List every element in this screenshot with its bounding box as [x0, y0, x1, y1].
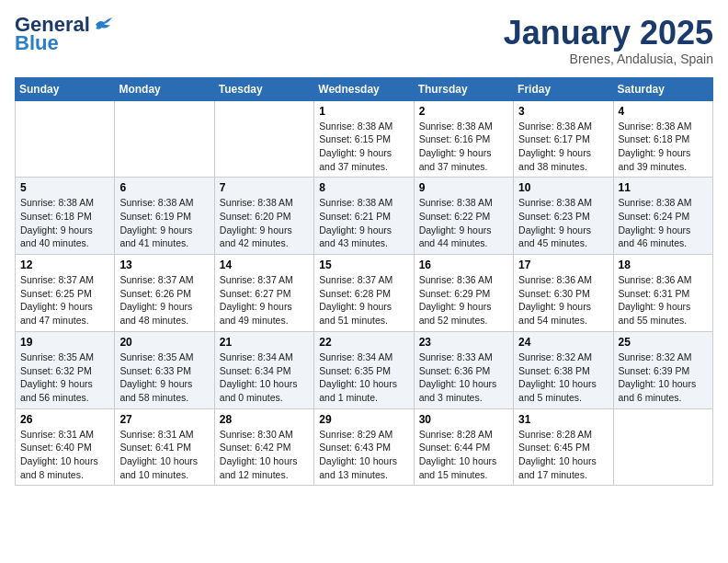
- day-number: 10: [518, 181, 608, 194]
- day-info: Sunrise: 8:34 AMSunset: 6:34 PMDaylight:…: [220, 350, 309, 405]
- day-number: 25: [619, 336, 708, 349]
- col-saturday: Saturday: [613, 77, 712, 100]
- day-number: 11: [619, 181, 708, 194]
- calendar-title: January 2025: [504, 15, 713, 52]
- day-number: 18: [619, 259, 708, 271]
- header-row: Sunday Monday Tuesday Wednesday Thursday…: [16, 77, 713, 100]
- calendar-table: Sunday Monday Tuesday Wednesday Thursday…: [15, 77, 713, 487]
- calendar-week-row: 5Sunrise: 8:38 AMSunset: 6:18 PMDaylight…: [16, 178, 713, 255]
- day-info: Sunrise: 8:38 AMSunset: 6:21 PMDaylight:…: [319, 196, 408, 250]
- table-row: 7Sunrise: 8:38 AMSunset: 6:20 PMDaylight…: [214, 178, 313, 255]
- day-number: 22: [319, 336, 408, 349]
- day-number: 5: [20, 181, 109, 194]
- day-info: Sunrise: 8:35 AMSunset: 6:33 PMDaylight:…: [119, 350, 209, 405]
- table-row: 1Sunrise: 8:38 AMSunset: 6:15 PMDaylight…: [314, 100, 414, 178]
- day-number: 21: [220, 336, 309, 349]
- day-number: 24: [518, 336, 608, 349]
- day-number: 1: [319, 105, 408, 118]
- day-info: Sunrise: 8:37 AMSunset: 6:26 PMDaylight:…: [119, 273, 209, 327]
- day-info: Sunrise: 8:29 AMSunset: 6:43 PMDaylight:…: [319, 428, 408, 482]
- table-row: 6Sunrise: 8:38 AMSunset: 6:19 PMDaylight…: [115, 178, 214, 255]
- table-row: 25Sunrise: 8:32 AMSunset: 6:39 PMDayligh…: [613, 331, 712, 408]
- day-info: Sunrise: 8:37 AMSunset: 6:28 PMDaylight:…: [319, 273, 408, 327]
- day-info: Sunrise: 8:38 AMSunset: 6:18 PMDaylight:…: [20, 196, 109, 250]
- table-row: 16Sunrise: 8:36 AMSunset: 6:29 PMDayligh…: [414, 255, 513, 332]
- day-info: Sunrise: 8:38 AMSunset: 6:17 PMDaylight:…: [518, 120, 608, 174]
- col-wednesday: Wednesday: [314, 77, 414, 100]
- table-row: 14Sunrise: 8:37 AMSunset: 6:27 PMDayligh…: [214, 255, 313, 332]
- day-info: Sunrise: 8:38 AMSunset: 6:16 PMDaylight:…: [419, 120, 508, 174]
- day-info: Sunrise: 8:33 AMSunset: 6:36 PMDaylight:…: [419, 350, 508, 405]
- logo-blue-text: Blue: [15, 33, 59, 53]
- col-monday: Monday: [115, 77, 214, 100]
- day-number: 28: [220, 413, 309, 426]
- table-row: [16, 100, 115, 178]
- table-row: 11Sunrise: 8:38 AMSunset: 6:24 PMDayligh…: [613, 178, 712, 255]
- table-row: 8Sunrise: 8:38 AMSunset: 6:21 PMDaylight…: [314, 178, 414, 255]
- table-row: 15Sunrise: 8:37 AMSunset: 6:28 PMDayligh…: [314, 255, 414, 332]
- day-info: Sunrise: 8:28 AMSunset: 6:44 PMDaylight:…: [419, 428, 508, 482]
- day-number: 13: [119, 259, 209, 271]
- col-thursday: Thursday: [414, 77, 513, 100]
- day-number: 20: [119, 336, 209, 349]
- table-row: [115, 100, 214, 178]
- table-row: 20Sunrise: 8:35 AMSunset: 6:33 PMDayligh…: [115, 331, 214, 408]
- table-row: [214, 100, 313, 178]
- title-block: January 2025 Brenes, Andalusia, Spain: [504, 15, 713, 66]
- logo-bird-icon: [94, 17, 114, 32]
- day-number: 3: [518, 105, 608, 118]
- table-row: 10Sunrise: 8:38 AMSunset: 6:23 PMDayligh…: [514, 178, 613, 255]
- day-number: 17: [518, 259, 608, 271]
- calendar-week-row: 1Sunrise: 8:38 AMSunset: 6:15 PMDaylight…: [16, 100, 713, 178]
- logo: General Blue: [15, 15, 114, 53]
- page-header: General Blue January 2025 Brenes, Andalu…: [15, 15, 713, 66]
- col-tuesday: Tuesday: [214, 77, 313, 100]
- day-number: 29: [319, 413, 408, 426]
- day-info: Sunrise: 8:38 AMSunset: 6:18 PMDaylight:…: [619, 120, 708, 174]
- day-info: Sunrise: 8:32 AMSunset: 6:39 PMDaylight:…: [619, 350, 708, 405]
- table-row: 24Sunrise: 8:32 AMSunset: 6:38 PMDayligh…: [514, 331, 613, 408]
- day-info: Sunrise: 8:37 AMSunset: 6:25 PMDaylight:…: [20, 273, 109, 327]
- calendar-week-row: 19Sunrise: 8:35 AMSunset: 6:32 PMDayligh…: [16, 331, 713, 408]
- table-row: 22Sunrise: 8:34 AMSunset: 6:35 PMDayligh…: [314, 331, 414, 408]
- day-number: 14: [220, 259, 309, 271]
- day-number: 31: [518, 413, 608, 426]
- day-info: Sunrise: 8:38 AMSunset: 6:20 PMDaylight:…: [220, 196, 309, 250]
- col-friday: Friday: [514, 77, 613, 100]
- calendar-week-row: 12Sunrise: 8:37 AMSunset: 6:25 PMDayligh…: [16, 255, 713, 332]
- table-row: 30Sunrise: 8:28 AMSunset: 6:44 PMDayligh…: [414, 408, 513, 486]
- day-info: Sunrise: 8:38 AMSunset: 6:19 PMDaylight:…: [119, 196, 209, 250]
- day-number: 4: [619, 105, 708, 118]
- day-info: Sunrise: 8:38 AMSunset: 6:23 PMDaylight:…: [518, 196, 608, 250]
- day-info: Sunrise: 8:30 AMSunset: 6:42 PMDaylight:…: [220, 428, 309, 482]
- table-row: 5Sunrise: 8:38 AMSunset: 6:18 PMDaylight…: [16, 178, 115, 255]
- day-info: Sunrise: 8:36 AMSunset: 6:30 PMDaylight:…: [518, 273, 608, 327]
- day-number: 8: [319, 181, 408, 194]
- day-info: Sunrise: 8:34 AMSunset: 6:35 PMDaylight:…: [319, 350, 408, 405]
- col-sunday: Sunday: [16, 77, 115, 100]
- table-row: 28Sunrise: 8:30 AMSunset: 6:42 PMDayligh…: [214, 408, 313, 486]
- day-info: Sunrise: 8:38 AMSunset: 6:15 PMDaylight:…: [319, 120, 408, 174]
- day-number: 2: [419, 105, 508, 118]
- table-row: 31Sunrise: 8:28 AMSunset: 6:45 PMDayligh…: [514, 408, 613, 486]
- day-info: Sunrise: 8:31 AMSunset: 6:41 PMDaylight:…: [119, 428, 209, 482]
- day-number: 9: [419, 181, 508, 194]
- table-row: 4Sunrise: 8:38 AMSunset: 6:18 PMDaylight…: [613, 100, 712, 178]
- day-number: 23: [419, 336, 508, 349]
- calendar-week-row: 26Sunrise: 8:31 AMSunset: 6:40 PMDayligh…: [16, 408, 713, 486]
- day-info: Sunrise: 8:38 AMSunset: 6:22 PMDaylight:…: [419, 196, 508, 250]
- calendar-subtitle: Brenes, Andalusia, Spain: [504, 52, 713, 66]
- day-number: 26: [20, 413, 109, 426]
- table-row: [613, 408, 712, 486]
- day-info: Sunrise: 8:36 AMSunset: 6:29 PMDaylight:…: [419, 273, 508, 327]
- day-info: Sunrise: 8:32 AMSunset: 6:38 PMDaylight:…: [518, 350, 608, 405]
- day-number: 6: [119, 181, 209, 194]
- table-row: 18Sunrise: 8:36 AMSunset: 6:31 PMDayligh…: [613, 255, 712, 332]
- day-number: 7: [220, 181, 309, 194]
- day-number: 12: [20, 259, 109, 271]
- day-number: 30: [419, 413, 508, 426]
- day-info: Sunrise: 8:31 AMSunset: 6:40 PMDaylight:…: [20, 428, 109, 482]
- day-number: 16: [419, 259, 508, 271]
- table-row: 21Sunrise: 8:34 AMSunset: 6:34 PMDayligh…: [214, 331, 313, 408]
- day-info: Sunrise: 8:37 AMSunset: 6:27 PMDaylight:…: [220, 273, 309, 327]
